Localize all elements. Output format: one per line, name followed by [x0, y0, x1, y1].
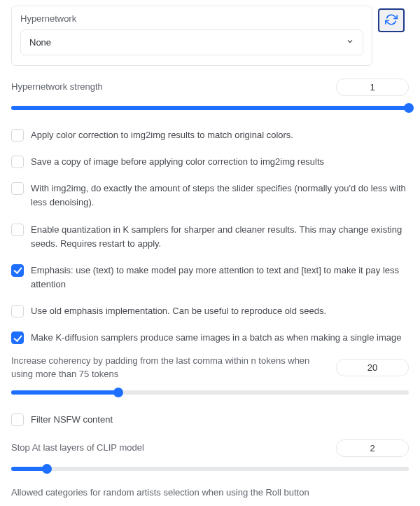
cb-emphasis[interactable] — [11, 264, 24, 277]
clip-stop-label: Stop At last layers of CLIP model — [11, 442, 153, 454]
cb-nsfw-row: Filter NSFW content — [11, 413, 409, 427]
cb-old-emphasis-label: Use old emphasis implementation. Can be … — [31, 304, 326, 318]
clip-stop-value-input[interactable]: 2 — [336, 439, 409, 457]
refresh-button[interactable] — [378, 8, 405, 32]
slider-thumb[interactable] — [404, 103, 414, 113]
slider-rail — [11, 106, 409, 110]
cb-old-emphasis[interactable] — [11, 305, 24, 317]
hypernetwork-card: Hypernetwork None — [11, 6, 372, 66]
cb-emphasis-label: Emphasis: use (text) to make model pay m… — [31, 264, 409, 292]
slider-thumb[interactable] — [113, 388, 123, 397]
cb-batch-same-row: Make K-diffusion samplers produce same i… — [11, 331, 409, 345]
slider-fill — [11, 106, 409, 110]
settings-panel: Hypernetwork None Hypernetwork strength — [0, 0, 420, 506]
chevron-down-icon — [346, 37, 354, 48]
strength-label: Hypernetwork strength — [11, 81, 111, 93]
cb-save-copy-label: Save a copy of image before applying col… — [31, 155, 324, 169]
cb-quantization[interactable] — [11, 224, 24, 236]
cb-exact-steps-label: With img2img, do exactly the amount of s… — [31, 182, 409, 210]
cb-nsfw[interactable] — [11, 413, 24, 426]
cb-quantization-label: Enable quantization in K samplers for sh… — [31, 223, 409, 251]
cb-color-correction-row: Apply color correction to img2img result… — [11, 128, 409, 142]
allowed-categories-label: Allowed categories for random artists se… — [11, 486, 409, 499]
hypernetwork-selected-value: None — [29, 37, 51, 48]
cb-color-correction-label: Apply color correction to img2img result… — [31, 128, 293, 142]
strength-value-input[interactable]: 1 — [336, 78, 409, 96]
clip-stop-slider[interactable] — [11, 464, 409, 474]
cb-quantization-row: Enable quantization in K samplers for sh… — [11, 223, 409, 251]
cb-batch-same[interactable] — [11, 331, 24, 344]
hypernetwork-card-wrap: Hypernetwork None — [11, 6, 372, 66]
cb-batch-same-label: Make K-diffusion samplers produce same i… — [31, 331, 401, 345]
slider-rail — [11, 467, 409, 471]
slider-thumb[interactable] — [42, 464, 52, 474]
cb-emphasis-row: Emphasis: use (text) to make model pay m… — [11, 264, 409, 292]
slider-rail — [11, 390, 409, 395]
cb-exact-steps[interactable] — [11, 182, 24, 195]
cb-exact-steps-row: With img2img, do exactly the amount of s… — [11, 182, 409, 210]
coherency-slider[interactable] — [11, 388, 409, 397]
hypernetwork-strength-group: Hypernetwork strength 1 — [11, 78, 409, 113]
coherency-value-input[interactable]: 20 — [336, 359, 409, 376]
cb-color-correction[interactable] — [11, 129, 24, 142]
hypernetwork-label: Hypernetwork — [20, 13, 363, 24]
cb-save-copy[interactable] — [11, 156, 24, 168]
coherency-group: Increase coherency by padding from the l… — [11, 355, 409, 397]
strength-slider[interactable] — [11, 103, 409, 113]
clip-stop-group: Stop At last layers of CLIP model 2 — [11, 439, 409, 474]
hypernetwork-select[interactable]: None — [20, 29, 363, 55]
cb-nsfw-label: Filter NSFW content — [31, 413, 113, 427]
slider-fill — [11, 390, 118, 395]
coherency-label: Increase coherency by padding from the l… — [11, 355, 336, 380]
refresh-icon — [385, 13, 398, 28]
cb-save-copy-row: Save a copy of image before applying col… — [11, 155, 409, 169]
cb-old-emphasis-row: Use old emphasis implementation. Can be … — [11, 304, 409, 318]
